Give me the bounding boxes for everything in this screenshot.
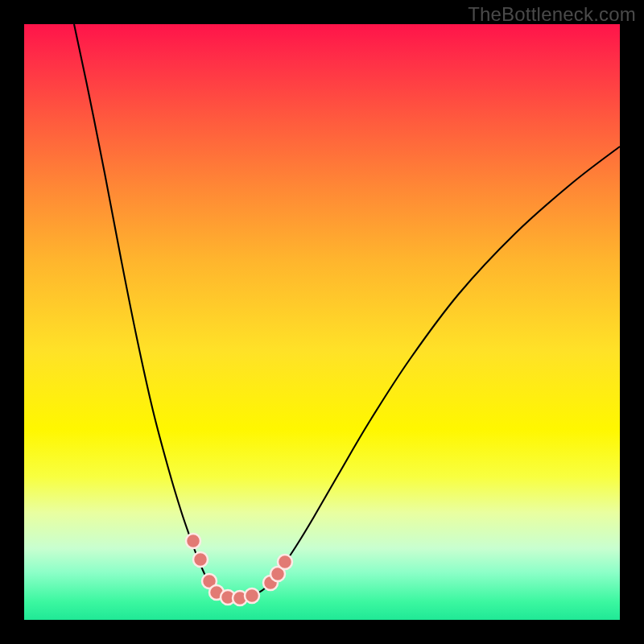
right-curve (235, 147, 620, 599)
chart-frame: TheBottleneck.com (0, 0, 644, 644)
highlight-point (245, 588, 259, 603)
highlight-point (186, 534, 200, 548)
left-curve (74, 24, 235, 599)
highlight-point (193, 552, 208, 567)
watermark-text: TheBottleneck.com (468, 3, 636, 26)
curve-layer (24, 24, 620, 620)
plot-area (24, 24, 620, 620)
highlight-point (278, 555, 292, 569)
